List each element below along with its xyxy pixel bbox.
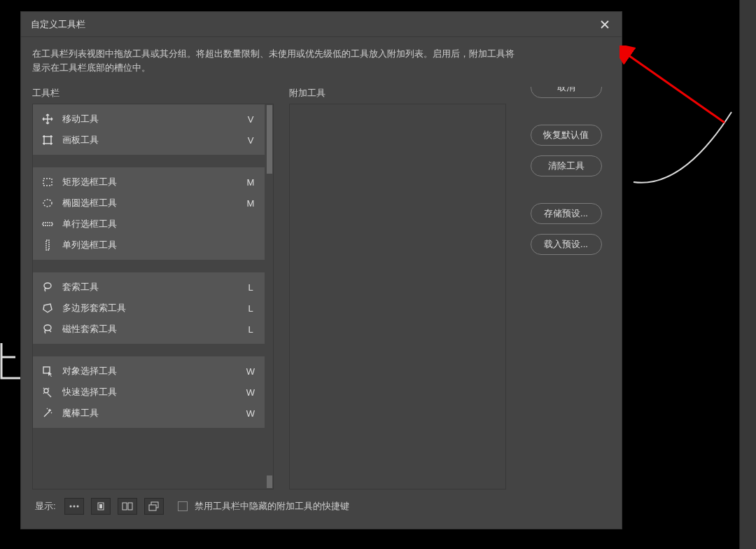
tool-row[interactable]: 画板工具 V: [33, 130, 265, 151]
svg-point-10: [44, 389, 48, 393]
svg-point-12: [73, 506, 75, 508]
magic-wand-icon: [41, 407, 54, 419]
tool-row[interactable]: 套索工具 L: [33, 277, 265, 298]
view-mode-dots[interactable]: [64, 498, 84, 515]
marquee-ellipse-icon: [41, 197, 54, 209]
tool-row[interactable]: 单列选框工具: [33, 235, 265, 256]
tool-row[interactable]: 多边形套索工具 L: [33, 298, 265, 319]
tool-name: 单列选框工具: [62, 239, 244, 251]
extra-tools-list[interactable]: [289, 104, 506, 489]
tool-shortcut: V: [244, 114, 258, 125]
poly-lasso-icon: [41, 302, 54, 314]
tool-row[interactable]: 快速选择工具 W: [33, 382, 265, 403]
scrollbar-thumb[interactable]: [267, 105, 272, 174]
svg-rect-16: [122, 503, 127, 510]
tool-shortcut: L: [244, 282, 258, 293]
tool-name: 移动工具: [62, 113, 244, 125]
tool-name: 多边形套索工具: [62, 302, 244, 314]
tool-shortcut: M: [244, 177, 258, 188]
svg-rect-6: [46, 240, 49, 250]
svg-rect-5: [43, 223, 52, 225]
dots-icon: [69, 504, 80, 508]
tool-name: 套索工具: [62, 281, 244, 293]
toolbar-column-label: 工具栏: [32, 87, 274, 99]
dialog-title: 自定义工具栏: [31, 18, 85, 31]
tool-name: 单行选框工具: [62, 218, 244, 230]
tool-group: 矩形选框工具 M 椭圆选框工具 M 单行选框工具 单列选框工具: [33, 167, 265, 260]
customize-toolbar-dialog: 自定义工具栏 在工具栏列表视图中拖放工具或其分组。将超出数量限制、未使用或优先级…: [20, 11, 622, 529]
stack-icon: [148, 501, 160, 511]
tool-shortcut: W: [244, 408, 258, 419]
tool-shortcut: W: [244, 366, 258, 377]
tool-shortcut: V: [244, 135, 258, 146]
clear-tools-button[interactable]: 清除工具: [531, 155, 602, 176]
move-icon: [41, 113, 54, 125]
object-select-icon: [41, 365, 54, 377]
show-label: 显示:: [35, 500, 56, 513]
load-preset-button[interactable]: 载入预设...: [531, 234, 602, 255]
tool-name: 画板工具: [62, 134, 244, 146]
disable-shortcuts-label: 禁用工具栏中隐藏的附加工具的快捷键: [195, 500, 349, 513]
tool-name: 魔棒工具: [62, 407, 244, 419]
view-mode-double[interactable]: [118, 498, 137, 515]
tool-shortcut: W: [244, 387, 258, 398]
restore-defaults-button[interactable]: 恢复默认值: [531, 125, 602, 146]
marquee-col-icon: [41, 239, 54, 251]
mag-lasso-icon: [41, 323, 54, 335]
tool-row[interactable]: 对象选择工具 W: [33, 361, 265, 382]
close-icon: [600, 20, 610, 29]
svg-point-11: [69, 506, 71, 508]
tool-group: 对象选择工具 W 快速选择工具 W 魔棒工具 W: [33, 356, 265, 428]
disable-shortcuts-checkbox[interactable]: [178, 501, 188, 511]
dialog-titlebar: 自定义工具栏: [21, 12, 622, 37]
right-panel-edge: [739, 0, 756, 549]
marquee-row-icon: [41, 218, 54, 230]
tool-name: 快速选择工具: [62, 386, 244, 398]
view-mode-single[interactable]: [91, 498, 111, 515]
save-preset-button[interactable]: 存储预设...: [531, 203, 602, 224]
dialog-footer: 显示: 禁用工具栏中隐藏的附加工具的快捷键: [32, 489, 610, 523]
extra-column-label: 附加工具: [289, 87, 506, 99]
tool-row[interactable]: 磁性套索工具 L: [33, 319, 265, 340]
tool-name: 椭圆选框工具: [62, 197, 244, 209]
scrollbar-track: [266, 104, 273, 489]
tool-row[interactable]: 移动工具 V: [33, 109, 265, 130]
marquee-rect-icon: [41, 176, 54, 188]
double-col-icon: [122, 501, 133, 511]
scrollbar-thumb[interactable]: [267, 475, 272, 488]
dialog-description: 在工具栏列表视图中拖放工具或其分组。将超出数量限制、未使用或优先级低的工具放入附…: [32, 47, 522, 74]
tool-row[interactable]: 椭圆选框工具 M: [33, 193, 265, 214]
svg-rect-17: [128, 503, 132, 510]
close-button[interactable]: [598, 18, 612, 32]
view-mode-stack[interactable]: [144, 498, 164, 515]
tool-name: 对象选择工具: [62, 365, 244, 377]
svg-rect-15: [99, 504, 102, 508]
svg-point-4: [43, 200, 52, 207]
single-col-icon: [96, 501, 106, 511]
svg-rect-2: [44, 137, 51, 144]
tool-row[interactable]: 单行选框工具: [33, 214, 265, 235]
tool-row[interactable]: 魔棒工具 W: [33, 403, 265, 424]
quick-select-icon: [41, 386, 54, 398]
tool-shortcut: M: [244, 198, 258, 209]
tool-group: 移动工具 V 画板工具 V: [33, 104, 265, 155]
tool-name: 磁性套索工具: [62, 323, 244, 335]
tool-row[interactable]: 矩形选框工具 M: [33, 172, 265, 193]
tool-group: 套索工具 L 多边形套索工具 L 磁性套索工具 L: [33, 272, 265, 344]
artboard-icon: [41, 134, 54, 146]
tool-name: 矩形选框工具: [62, 176, 244, 188]
cancel-button[interactable]: 取消: [531, 87, 602, 98]
tool-shortcut: L: [244, 324, 258, 335]
toolbar-list[interactable]: 移动工具 V 画板工具 V 矩形选框工具 M 椭圆选框工具 M 单行选框工具 单…: [32, 104, 274, 489]
lasso-icon: [41, 281, 54, 293]
svg-point-13: [76, 506, 78, 508]
svg-rect-19: [149, 505, 156, 510]
tool-shortcut: L: [244, 303, 258, 314]
svg-rect-3: [43, 179, 52, 186]
